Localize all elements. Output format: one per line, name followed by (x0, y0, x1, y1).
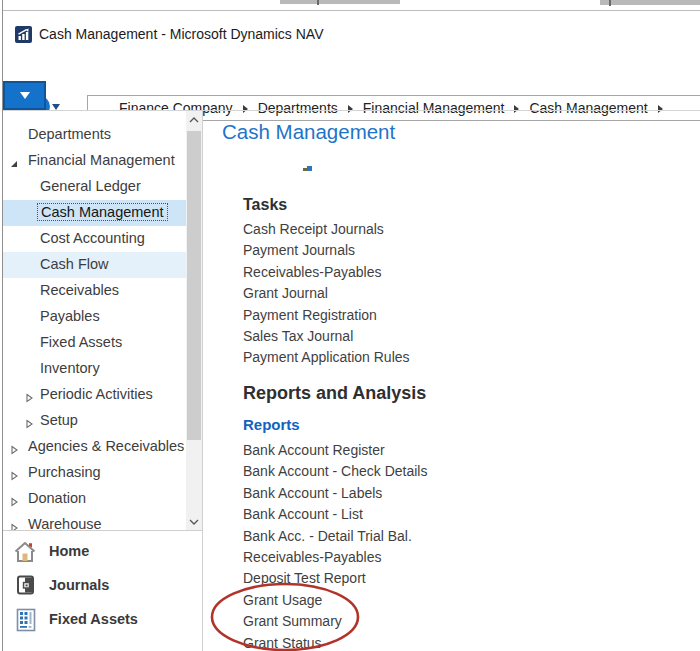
report-link-bank-acc-detail-trial-bal[interactable]: Bank Acc. - Detail Trial Bal. (243, 528, 412, 548)
chevron-down-icon (20, 92, 30, 99)
navigation-bar: Finance CompanyDepartmentsFinancial Mana… (3, 47, 700, 81)
activity-label: Home (49, 543, 89, 559)
reports-and-analysis-heading: Reports and Analysis (243, 383, 426, 404)
journal-icon (15, 574, 37, 596)
breadcrumb-item-departments[interactable]: Departments (258, 100, 338, 116)
tree-item-inventory[interactable]: Inventory (3, 356, 186, 382)
background-window-edge (600, 0, 700, 5)
tree-item-financial-management[interactable]: Financial Management (3, 148, 186, 174)
tree-item-label: Donation (28, 490, 86, 506)
breadcrumb-separator-icon (348, 105, 353, 113)
task-link-payment-journals[interactable]: Payment Journals (243, 242, 355, 262)
background-window-edge (280, 0, 400, 4)
breadcrumb-separator-icon (243, 105, 248, 113)
tasks-heading: Tasks (243, 196, 287, 214)
tree-item-label: Purchasing (28, 464, 101, 480)
partially-scrolled-icon (307, 166, 312, 171)
report-link-grant-usage[interactable]: Grant Usage (243, 592, 322, 612)
tree-item-periodic-activities[interactable]: Periodic Activities (3, 382, 186, 408)
task-link-payment-application-rules[interactable]: Payment Application Rules (243, 349, 410, 369)
tree-item-warehouse[interactable]: Warehouse (3, 512, 186, 530)
tree-item-agencies-receivables[interactable]: Agencies & Receivables (3, 434, 186, 460)
report-link-bank-account-check-details[interactable]: Bank Account - Check Details (243, 463, 427, 483)
collapsed-arrow-icon (9, 497, 19, 507)
report-link-grant-status[interactable]: Grant Status (243, 635, 322, 651)
tree-item-cash-flow[interactable]: Cash Flow (3, 252, 186, 278)
tree-item-label: General Ledger (40, 178, 141, 194)
tree-item-label: Departments (28, 126, 111, 142)
tree-item-label: Warehouse (28, 516, 102, 530)
tree-item-payables[interactable]: Payables (3, 304, 186, 330)
tree-item-cost-accounting[interactable]: Cost Accounting (3, 226, 186, 252)
tree-item-donation[interactable]: Donation (3, 486, 186, 512)
tree-item-fixed-assets[interactable]: Fixed Assets (3, 330, 186, 356)
task-link-sales-tax-journal[interactable]: Sales Tax Journal (243, 328, 353, 348)
tree-item-label: Cash Management (37, 203, 168, 221)
report-link-receivables-payables[interactable]: Receivables-Payables (243, 549, 382, 569)
collapsed-arrow-icon (9, 523, 19, 530)
task-link-receivables-payables[interactable]: Receivables-Payables (243, 264, 382, 284)
navigation-tree: DepartmentsFinancial ManagementGeneral L… (3, 111, 186, 530)
collapsed-arrow-icon (24, 419, 34, 429)
dynamics-nav-chart-icon (15, 26, 32, 43)
tree-item-label: Receivables (40, 282, 119, 298)
expanded-arrow-icon (9, 159, 19, 169)
activity-label: Journals (49, 577, 109, 593)
chevron-up-icon (189, 117, 199, 123)
tree-item-label: Setup (40, 412, 78, 428)
sidebar-divider (202, 111, 203, 651)
breadcrumb-item-cash-management[interactable]: Cash Management (529, 100, 647, 116)
window-title: Cash Management - Microsoft Dynamics NAV (39, 26, 324, 42)
task-link-grant-journal[interactable]: Grant Journal (243, 285, 328, 305)
report-link-bank-account-register[interactable]: Bank Account Register (243, 442, 385, 462)
sidebar-item-journals[interactable]: Journals (3, 570, 202, 603)
menu-dropdown-button[interactable] (3, 81, 46, 110)
tree-item-label: Periodic Activities (40, 386, 153, 402)
report-link-grant-summary[interactable]: Grant Summary (243, 613, 342, 633)
tree-item-label: Inventory (40, 360, 100, 376)
scrollbar-thumb[interactable] (187, 131, 201, 440)
tree-scrollbar[interactable] (186, 111, 202, 530)
task-link-cash-receipt-journals[interactable]: Cash Receipt Journals (243, 221, 384, 241)
tree-item-label: Financial Management (28, 152, 175, 168)
background-window-edge (317, 0, 319, 5)
chevron-down-icon (189, 519, 199, 525)
task-link-payment-registration[interactable]: Payment Registration (243, 307, 377, 327)
tree-item-departments[interactable]: Departments (3, 122, 186, 148)
breadcrumb-item-financial-management[interactable]: Financial Management (363, 100, 505, 116)
tree-item-label: Agencies & Receivables (28, 438, 184, 454)
tree-item-label: Payables (40, 308, 100, 324)
scroll-down-button[interactable] (186, 513, 202, 530)
scroll-up-button[interactable] (186, 111, 202, 128)
tree-item-purchasing[interactable]: Purchasing (3, 460, 186, 486)
application-window: Cash Management - Microsoft Dynamics NAV… (0, 0, 700, 651)
reports-heading: Reports (243, 416, 300, 433)
title-bar: Cash Management - Microsoft Dynamics NAV (3, 11, 700, 47)
home-icon (13, 540, 37, 564)
tree-item-general-ledger[interactable]: General Ledger (3, 174, 186, 200)
collapsed-arrow-icon (9, 445, 19, 455)
collapsed-arrow-icon (24, 393, 34, 403)
activity-label: Fixed Assets (49, 611, 138, 627)
collapsed-arrow-icon (9, 471, 19, 481)
tree-item-label: Cost Accounting (40, 230, 145, 246)
activity-panel-divider (3, 530, 202, 531)
report-link-deposit-test-report[interactable]: Deposit Test Report (243, 570, 366, 590)
sidebar-item-home[interactable]: Home (3, 536, 202, 569)
background-window-edge (609, 0, 611, 6)
report-link-bank-account-list[interactable]: Bank Account - List (243, 506, 363, 526)
tree-item-setup[interactable]: Setup (3, 408, 186, 434)
sidebar-item-fixed-assets[interactable]: Fixed Assets (3, 604, 202, 637)
breadcrumb-separator-icon (514, 105, 519, 113)
tree-item-receivables[interactable]: Receivables (3, 278, 186, 304)
breadcrumb-separator-icon (658, 105, 663, 113)
tree-item-label: Fixed Assets (40, 334, 122, 350)
tree-item-cash-management[interactable]: Cash Management (3, 200, 186, 226)
building-icon (15, 608, 37, 632)
page-title: Cash Management (222, 120, 395, 144)
report-link-bank-account-labels[interactable]: Bank Account - Labels (243, 485, 382, 505)
tree-item-label: Cash Flow (40, 256, 109, 272)
